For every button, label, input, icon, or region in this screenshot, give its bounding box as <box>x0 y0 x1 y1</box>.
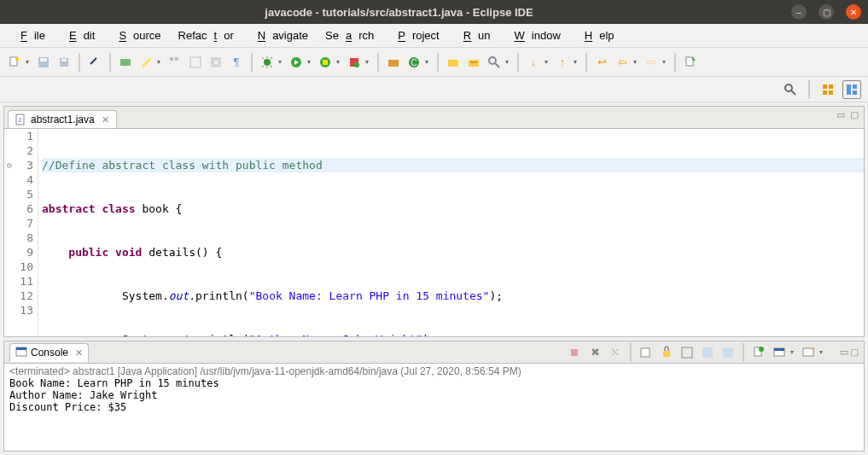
highlight-dropdown[interactable]: ▾ <box>157 58 164 66</box>
svg-rect-9 <box>190 57 201 67</box>
pilcrow-icon[interactable]: ¶ <box>227 53 246 72</box>
clear-console-icon[interactable] <box>637 343 655 362</box>
save-all-icon[interactable] <box>55 53 73 72</box>
maximize-button[interactable]: ▢ <box>818 4 834 20</box>
search-tb-dropdown[interactable]: ▾ <box>505 58 512 66</box>
toggle-whitespace-icon[interactable] <box>186 53 205 72</box>
open-console-dropdown[interactable]: ▾ <box>819 348 826 356</box>
code-editor[interactable]: ⊖ 1 2 3 4 5 6 7 8 9 10 11 12 13 //Define… <box>4 129 864 336</box>
close-button[interactable]: ✕ <box>846 4 861 20</box>
toolbar-separator <box>251 53 253 72</box>
display-console-dropdown[interactable]: ▾ <box>790 348 797 356</box>
console-toolbar: ✖ ⛌ ▾ + ▾ ▭ ▢ <box>565 343 859 362</box>
next-annotation-dropdown[interactable]: ▾ <box>545 58 551 66</box>
display-console-icon[interactable] <box>770 343 789 362</box>
console-tab-close-icon[interactable]: ✕ <box>75 347 83 359</box>
menu-window[interactable]: Window <box>501 26 568 45</box>
toggle-block-icon[interactable] <box>166 53 184 72</box>
svg-rect-40 <box>682 347 692 358</box>
highlight-icon[interactable] <box>137 53 155 72</box>
svg-rect-26 <box>823 85 827 89</box>
open-perspective-icon[interactable] <box>818 80 837 99</box>
pin-console-icon[interactable] <box>749 343 768 362</box>
svg-rect-36 <box>16 347 26 350</box>
next-annotation-icon[interactable]: ↓ <box>524 53 543 72</box>
forward-dropdown[interactable]: ▾ <box>662 58 669 66</box>
tab-close-icon[interactable]: ✕ <box>102 114 109 125</box>
back-dropdown[interactable]: ▾ <box>633 58 640 66</box>
java-perspective-icon[interactable] <box>842 80 861 99</box>
svg-rect-29 <box>829 90 833 95</box>
menu-source[interactable]: Source <box>105 26 167 45</box>
minimize-button[interactable]: – <box>791 4 807 20</box>
pin-icon[interactable] <box>681 53 700 72</box>
maximize-view-icon[interactable]: ▢ <box>850 109 859 120</box>
console-minimize-icon[interactable]: ▭ <box>840 347 848 358</box>
menu-navigate[interactable]: Navigate <box>244 26 315 45</box>
run-last-dropdown[interactable]: ▾ <box>365 58 372 66</box>
menu-edit[interactable]: Edit <box>55 26 102 45</box>
minimize-view-icon[interactable]: ▭ <box>836 109 845 120</box>
menu-file[interactable]: File <box>7 26 52 45</box>
prev-annotation-icon[interactable]: ↑ <box>553 53 572 72</box>
new-dropdown[interactable]: ▾ <box>26 58 32 66</box>
menu-run[interactable]: Run <box>450 26 498 45</box>
open-task-icon[interactable] <box>444 53 463 72</box>
console-tab[interactable]: Console ✕ <box>9 343 89 362</box>
remove-launch-icon[interactable]: ✖ <box>585 343 604 362</box>
toolbar-separator <box>377 53 379 72</box>
toolbar-separator <box>674 53 676 72</box>
console-tab-label: Console <box>31 347 68 359</box>
scroll-lock-icon[interactable] <box>657 343 676 362</box>
fold-marker[interactable]: ⊖ <box>4 158 15 172</box>
new-icon[interactable] <box>5 53 24 72</box>
open-console-icon[interactable]: + <box>799 343 818 362</box>
code-content[interactable]: //Define abstract class with public meth… <box>38 129 864 336</box>
menu-project[interactable]: Project <box>384 26 446 45</box>
last-edit-icon[interactable]: ↩ <box>592 53 611 72</box>
run-dropdown[interactable]: ▾ <box>307 58 314 66</box>
search-access-icon[interactable] <box>781 80 800 99</box>
run-icon[interactable] <box>287 53 306 72</box>
svg-rect-41 <box>702 347 713 358</box>
svg-rect-18 <box>388 60 399 67</box>
open-resource-icon[interactable] <box>464 53 483 72</box>
menu-refactor[interactable]: Refactor <box>172 26 241 45</box>
menu-help[interactable]: Help <box>571 26 621 45</box>
save-icon[interactable] <box>34 53 53 72</box>
prev-annotation-dropdown[interactable]: ▾ <box>574 58 580 66</box>
show-whitespace-icon[interactable] <box>207 53 225 72</box>
svg-point-12 <box>264 59 271 66</box>
editor-tab[interactable]: J abstract1.java ✕ <box>8 110 117 128</box>
word-wrap-icon[interactable] <box>678 343 696 362</box>
secondary-toolbar <box>0 77 868 102</box>
java-file-icon: J <box>15 114 27 125</box>
remove-all-icon[interactable]: ⛌ <box>606 343 625 362</box>
new-package-icon[interactable] <box>384 53 403 72</box>
debug-icon[interactable] <box>258 53 277 72</box>
search-tb-icon[interactable] <box>485 53 504 72</box>
coverage-icon[interactable] <box>316 53 335 72</box>
debug-dropdown[interactable]: ▾ <box>278 58 285 66</box>
new-class-dropdown[interactable]: ▾ <box>425 58 432 66</box>
svg-text:J: J <box>18 116 21 124</box>
forward-icon[interactable]: ⇨ <box>642 53 661 72</box>
terminate-icon[interactable] <box>565 343 584 362</box>
open-type-icon[interactable] <box>116 53 135 72</box>
menu-search[interactable]: Search <box>318 26 381 45</box>
link-icon[interactable] <box>85 53 104 72</box>
back-icon[interactable]: ⇦ <box>613 53 632 72</box>
run-last-icon[interactable] <box>345 53 364 72</box>
show-console-output-icon[interactable] <box>698 343 717 362</box>
editor-tab-label: abstract1.java <box>31 114 95 125</box>
svg-point-44 <box>759 347 764 352</box>
svg-point-25 <box>785 85 792 91</box>
console-body[interactable]: <terminated> abstract1 [Java Application… <box>4 364 864 451</box>
svg-rect-32 <box>853 90 857 95</box>
show-console-error-icon[interactable] <box>719 343 737 362</box>
coverage-dropdown[interactable]: ▾ <box>336 58 343 66</box>
new-class-icon[interactable]: C <box>405 53 423 72</box>
console-maximize-icon[interactable]: ▢ <box>850 347 859 358</box>
console-pane: Console ✕ ✖ ⛌ ▾ + ▾ ▭ ▢ <terminated> abs… <box>3 341 865 452</box>
svg-rect-11 <box>213 60 218 65</box>
